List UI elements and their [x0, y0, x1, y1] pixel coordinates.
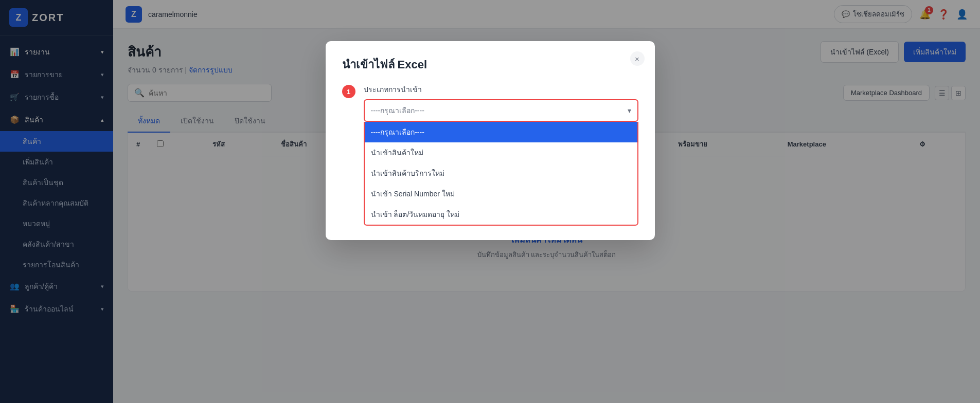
import-type-content: ประเภทการนำเข้า ----กรุณาเลือก---- ▾ ---…: [364, 84, 638, 226]
import-type-label: ประเภทการนำเข้า: [364, 84, 638, 95]
import-excel-modal: นำเข้าไฟล์ Excel × 1 ประเภทการนำเข้า ---…: [326, 41, 655, 240]
import-type-dropdown-trigger[interactable]: ----กรุณาเลือก---- ▾: [364, 99, 638, 122]
dropdown-selected-value: ----กรุณาเลือก----: [371, 105, 424, 116]
dropdown-option-new-product[interactable]: นำเข้าสินค้าใหม่: [365, 142, 637, 163]
import-type-row: 1 ประเภทการนำเข้า ----กรุณาเลือก---- ▾ -…: [342, 84, 638, 226]
import-type-dropdown-menu: ----กรุณาเลือก---- นำเข้าสินค้าใหม่ นำเข…: [364, 122, 638, 226]
chevron-down-icon: ▾: [628, 106, 631, 115]
modal-overlay[interactable]: นำเข้าไฟล์ Excel × 1 ประเภทการนำเข้า ---…: [0, 0, 980, 403]
dropdown-option-new-lot[interactable]: นำเข้า ล็อต/วันหมดอายุ ใหม่: [365, 204, 637, 225]
modal-close-button[interactable]: ×: [630, 51, 645, 66]
step-badge: 1: [342, 85, 355, 98]
modal-title: นำเข้าไฟล์ Excel: [342, 56, 638, 74]
dropdown-option-new-service[interactable]: นำเข้าสินค้าบริการใหม่: [365, 163, 637, 184]
dropdown-option-new-serial[interactable]: นำเข้า Serial Number ใหม่: [365, 184, 637, 204]
dropdown-option-placeholder[interactable]: ----กรุณาเลือก----: [365, 122, 637, 142]
